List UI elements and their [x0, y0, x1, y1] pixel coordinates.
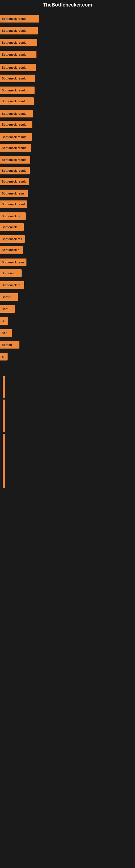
bottleneck-bar: Bottleneck result: [0, 15, 39, 23]
bar-row: Bottleneck result: [0, 86, 135, 95]
bottleneck-bar: Bottlenec: [0, 269, 21, 277]
bottleneck-bar: Bottleneck result: [0, 27, 38, 34]
bar-row: Bottleneck resu: [0, 188, 135, 198]
bar-row: Bottleneck r: [0, 245, 135, 255]
bar-label: Bottleneck resu: [2, 261, 24, 264]
bottleneck-bar: Bottleneck result: [0, 144, 31, 152]
bar-label: Bottleneck resu: [2, 192, 24, 195]
bar-label: Bottleneck result: [2, 89, 26, 92]
bar-row: Bottleneck result: [0, 155, 135, 165]
bottleneck-bar: Bottleneck result: [0, 97, 34, 105]
bar-label: Bottleneck result: [2, 77, 26, 80]
bottleneck-bar: Bottleneck result: [0, 110, 33, 118]
bar-row: Bottle: [0, 292, 135, 302]
bar-row: Bottleneck result: [0, 38, 135, 48]
bar-row: Bottleneck result: [0, 166, 135, 176]
bottleneck-bar: Bottleneck result: [0, 74, 35, 82]
bar-label: Bottle: [2, 296, 10, 299]
bar-row: Bottleneck result: [0, 143, 135, 153]
bar-row: Bottleneck result: [0, 177, 135, 186]
bar-row: B: [0, 316, 135, 326]
bottleneck-bar: Bottleneck re: [0, 281, 24, 289]
bar-label: Bottleneck result: [2, 135, 26, 138]
bar-label: Bottleneck result: [2, 203, 26, 206]
bar-label: Bottleneck result: [2, 123, 26, 126]
bar-label: Bottleneck: [2, 225, 17, 229]
bar-row: Bott: [0, 304, 135, 314]
bar-row: Bottlen: [0, 340, 135, 350]
bar-row: Bottleneck result: [0, 14, 135, 24]
bar-label: Bottleneck re: [2, 215, 20, 218]
vertical-bar: [3, 400, 5, 432]
bar-row: Bot: [0, 328, 135, 338]
bar-row: Bottleneck result: [0, 26, 135, 35]
bottleneck-bar: Bot: [0, 329, 12, 337]
bottleneck-bar: Bottleneck result: [0, 64, 36, 71]
bar-label: Bottleneck r: [2, 248, 19, 251]
bottleneck-bar: Bottleneck r: [0, 246, 23, 254]
bar-label: Bottleneck result: [2, 169, 26, 172]
bottleneck-bar: Bottleneck result: [0, 178, 29, 185]
bottleneck-bar: B: [0, 317, 8, 325]
bar-label: Bottleneck result: [2, 17, 26, 20]
bar-label: Bottleneck result: [2, 180, 26, 183]
bar-label: B: [2, 319, 4, 322]
bar-label: Bottlenec: [2, 272, 15, 275]
bar-row: Bottleneck result: [0, 63, 135, 72]
bottleneck-bar: Bott: [0, 305, 15, 313]
bar-label: B: [2, 355, 4, 358]
bar-row: Bottleneck result: [0, 96, 135, 106]
bar-label: Bottleneck result: [2, 158, 26, 161]
site-title: TheBottlenecker.com: [0, 0, 135, 10]
bar-label: Bottleneck re: [2, 283, 20, 287]
bottleneck-bar: Bottleneck re: [0, 212, 26, 220]
bar-label: Bot: [2, 331, 6, 335]
bar-label: Bottleneck result: [2, 41, 26, 44]
bottleneck-bar: Bottleneck result: [0, 133, 32, 141]
bar-label: Bottleneck result: [2, 112, 26, 115]
bar-row: Bottleneck: [0, 222, 135, 232]
bar-row: Bottleneck result: [0, 132, 135, 142]
bar-row: Bottleneck result: [0, 73, 135, 83]
bar-row: Bottleneck result: [0, 109, 135, 119]
bar-row: Bottlenec: [0, 268, 135, 278]
vertical-bar: [3, 376, 5, 398]
bar-label: Bottleneck result: [2, 53, 26, 56]
bar-row: B: [0, 352, 135, 362]
bottleneck-bar: Bottleneck result: [0, 51, 37, 58]
bar-label: Bott: [2, 307, 8, 311]
bottleneck-bar: Bottlen: [0, 341, 19, 348]
bottleneck-bar: Bottleneck res: [0, 235, 25, 243]
bar-row: Bottleneck re: [0, 280, 135, 290]
vertical-bar-section: [0, 376, 135, 490]
bar-row: Bottleneck re: [0, 211, 135, 221]
bar-row: Bottleneck result: [0, 50, 135, 59]
vertical-bar: [3, 434, 5, 488]
bottleneck-bar: Bottleneck result: [0, 200, 27, 208]
bottleneck-bar: Bottleneck resu: [0, 258, 27, 266]
bottleneck-bar: B: [0, 353, 8, 361]
bar-label: Bottleneck result: [2, 29, 26, 32]
bar-label: Bottleneck result: [2, 99, 26, 103]
bar-row: Bottleneck result: [0, 199, 135, 209]
bottleneck-bar: Bottleneck result: [0, 121, 32, 128]
bottleneck-bar: Bottleneck result: [0, 87, 35, 94]
bottleneck-bar: Bottleneck result: [0, 39, 37, 46]
bar-label: Bottleneck result: [2, 66, 26, 69]
bar-label: Bottlen: [2, 343, 12, 346]
bottleneck-bar: Bottleneck: [0, 223, 24, 231]
bottleneck-bar: Bottle: [0, 293, 18, 301]
bar-row: Bottleneck res: [0, 234, 135, 244]
bar-label: Bottleneck result: [2, 146, 26, 150]
bar-row: Bottleneck result: [0, 120, 135, 129]
bottleneck-bar: Bottleneck result: [0, 156, 30, 163]
bottleneck-bar: Bottleneck resu: [0, 190, 28, 197]
bars-container: Bottleneck resultBottleneck resultBottle…: [0, 10, 135, 365]
bar-row: Bottleneck resu: [0, 257, 135, 267]
bar-label: Bottleneck res: [2, 237, 22, 241]
bottleneck-bar: Bottleneck result: [0, 167, 30, 175]
